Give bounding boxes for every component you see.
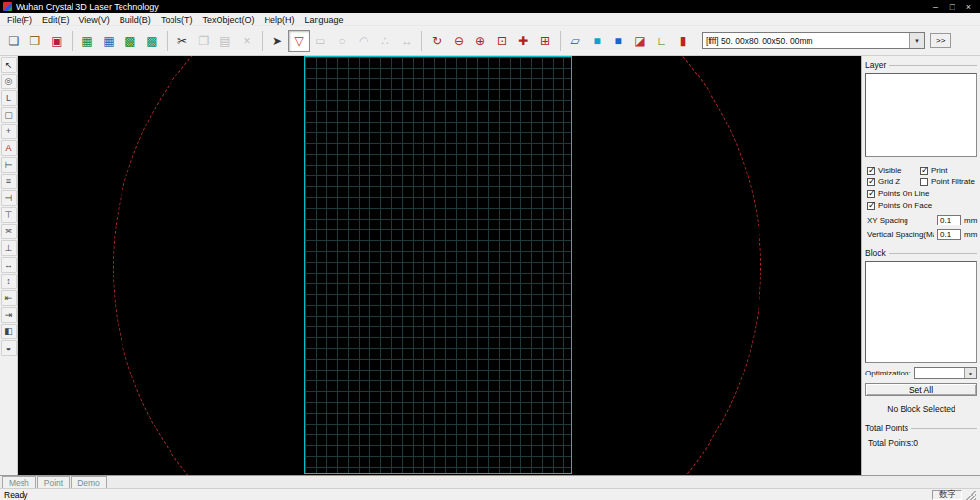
toolbar-glyph: ○	[338, 35, 345, 47]
menu-help[interactable]: Help(H)	[259, 15, 299, 25]
toolbar-more-button[interactable]: >>	[930, 33, 951, 48]
checkbox-icon[interactable]	[867, 202, 875, 210]
save-file-icon[interactable]: ▣	[46, 30, 68, 52]
tab-mesh[interactable]: Mesh	[2, 476, 36, 488]
point-filtrate-checkbox[interactable]: Point Filtrate	[920, 177, 977, 186]
mesh-convert-icon[interactable]: ▩	[120, 30, 141, 52]
align-center-icon[interactable]: ≡	[1, 174, 17, 189]
menu-view[interactable]: View(V)	[74, 15, 115, 25]
zoom-out-icon[interactable]: ⊖	[448, 30, 469, 52]
rotate-view-icon[interactable]: ↻	[426, 30, 448, 52]
same-width-icon[interactable]: ⇤	[1, 290, 17, 306]
distribute-v-icon[interactable]: ↕	[1, 274, 17, 289]
coordinate-icon[interactable]: L	[1, 90, 17, 106]
toolbar-glyph: ∟	[656, 35, 667, 47]
menu-file[interactable]: File(F)	[2, 15, 37, 25]
ellipse-select-icon[interactable]: ○	[331, 30, 353, 52]
tool-glyph: ▢	[4, 111, 13, 120]
set-all-button[interactable]: Set All	[865, 383, 977, 396]
cube-solid-icon[interactable]: ■	[586, 30, 608, 52]
toolbar-glyph: ⊕	[475, 35, 485, 47]
tab-demo[interactable]: Demo	[71, 476, 107, 488]
cube-wireframe-icon[interactable]: ▱	[564, 30, 586, 52]
vertical-spacing-input[interactable]	[937, 229, 961, 240]
same-height-icon[interactable]: ⇥	[1, 307, 17, 323]
select-tool-icon[interactable]: ↖	[1, 57, 17, 73]
vertical-spacing-row: Vertical Spacing(Max) mm	[867, 229, 977, 240]
copy-icon[interactable]: ❐	[193, 30, 215, 52]
tool-glyph: ≡	[6, 177, 11, 186]
dropdown-arrow-icon[interactable]: ▼	[964, 368, 976, 378]
marquee-icon[interactable]: ▢	[1, 107, 17, 123]
menu-edit[interactable]: Edit(E)	[37, 15, 74, 25]
pan-icon[interactable]: ✚	[513, 30, 534, 52]
pick-point-icon[interactable]: ◎	[1, 74, 17, 89]
menu-language[interactable]: Language	[299, 15, 348, 25]
menu-build[interactable]: Build(B)	[115, 15, 156, 25]
delete-icon[interactable]: ×	[236, 30, 258, 52]
grid-z-checkbox[interactable]: Grid Z	[867, 177, 920, 186]
checkbox-label: Visible	[878, 166, 901, 175]
curve-select-icon[interactable]: ◠	[353, 30, 374, 52]
measure-icon[interactable]: ↔	[396, 30, 417, 52]
align-middle-icon[interactable]: ≍	[1, 224, 17, 239]
layer-list[interactable]	[865, 73, 977, 157]
print-checkbox[interactable]: Print	[920, 166, 977, 175]
points-on-line-checkbox[interactable]: Points On Line	[867, 189, 920, 198]
crosshair-icon[interactable]: +	[1, 124, 17, 139]
toolbar-glyph: ▩	[124, 35, 135, 47]
tool-glyph: L	[6, 94, 11, 103]
checkbox-icon[interactable]	[920, 167, 928, 175]
align-left-icon[interactable]: ⊢	[1, 157, 17, 173]
distribute-h-icon[interactable]: ↔	[1, 257, 17, 273]
viewport-canvas[interactable]	[18, 56, 861, 475]
mirror-v-icon[interactable]: ◒	[1, 340, 17, 356]
checkbox-icon[interactable]	[867, 178, 875, 186]
checkbox-label: Points On Face	[878, 201, 932, 210]
toolbar-glyph: ❐	[199, 35, 210, 47]
cube-section-icon[interactable]: ◪	[629, 30, 651, 52]
align-top-icon[interactable]: ⊤	[1, 207, 17, 223]
checkbox-icon[interactable]	[920, 178, 928, 186]
paste-icon[interactable]: ▤	[215, 30, 236, 52]
points-select-icon[interactable]: ∴	[374, 30, 396, 52]
points-convert-icon[interactable]: ▩	[141, 30, 163, 52]
checkbox-icon[interactable]	[867, 190, 875, 198]
close-button[interactable]: ×	[960, 2, 977, 12]
checkbox-icon[interactable]	[867, 167, 875, 175]
visible-checkbox[interactable]: Visible	[867, 166, 920, 175]
axis-icon[interactable]: ∟	[651, 30, 672, 52]
cube-shaded-icon[interactable]: ■	[608, 30, 629, 52]
tab-point[interactable]: Point	[37, 476, 70, 488]
menubar: File(F) Edit(E) View(V) Build(B) Tools(T…	[0, 13, 980, 25]
points-on-face-checkbox[interactable]: Points On Face	[867, 201, 920, 210]
text-tool-icon[interactable]: A	[1, 140, 17, 156]
combo-dropdown-icon[interactable]: ▼	[909, 33, 924, 48]
align-right-icon[interactable]: ⊣	[1, 190, 17, 206]
open-file-icon[interactable]: ❒	[24, 30, 46, 52]
maximize-button[interactable]: □	[944, 2, 960, 12]
model-size-combo[interactable]: [ffff] 50. 00x80. 00x50. 00mm ▼	[702, 32, 925, 49]
align-bottom-icon[interactable]: ⊥	[1, 240, 17, 256]
new-file-icon[interactable]: ❏	[3, 30, 24, 52]
block-list[interactable]	[865, 261, 977, 363]
cut-icon[interactable]: ✂	[172, 30, 193, 52]
mirror-h-icon[interactable]: ◧	[1, 324, 17, 339]
zoom-fit-icon[interactable]: ⊞	[534, 30, 556, 52]
zoom-in-icon[interactable]: ⊕	[469, 30, 491, 52]
pick-tool-icon[interactable]: ➤	[267, 30, 288, 52]
triangle-select-icon[interactable]: ▽	[288, 30, 310, 52]
vertical-spacing-label: Vertical Spacing(Max)	[867, 230, 934, 239]
menu-tools[interactable]: Tools(T)	[156, 15, 198, 25]
resize-grip[interactable]	[966, 490, 976, 500]
minimize-button[interactable]: –	[927, 2, 944, 12]
front-view-icon[interactable]: ▮	[672, 30, 694, 52]
rect-select-icon[interactable]: ▭	[310, 30, 331, 52]
image-preview-icon[interactable]: ▦	[98, 30, 120, 52]
xy-spacing-input[interactable]	[937, 215, 961, 225]
zoom-window-icon[interactable]: ⊡	[491, 30, 513, 52]
import-image-icon[interactable]: ▦	[76, 30, 98, 52]
optimization-select[interactable]: ▼	[914, 367, 977, 379]
model-size-value: [ffff] 50. 00x80. 00x50. 00mm	[703, 36, 909, 46]
menu-texobject[interactable]: TexObject(O)	[197, 15, 259, 25]
